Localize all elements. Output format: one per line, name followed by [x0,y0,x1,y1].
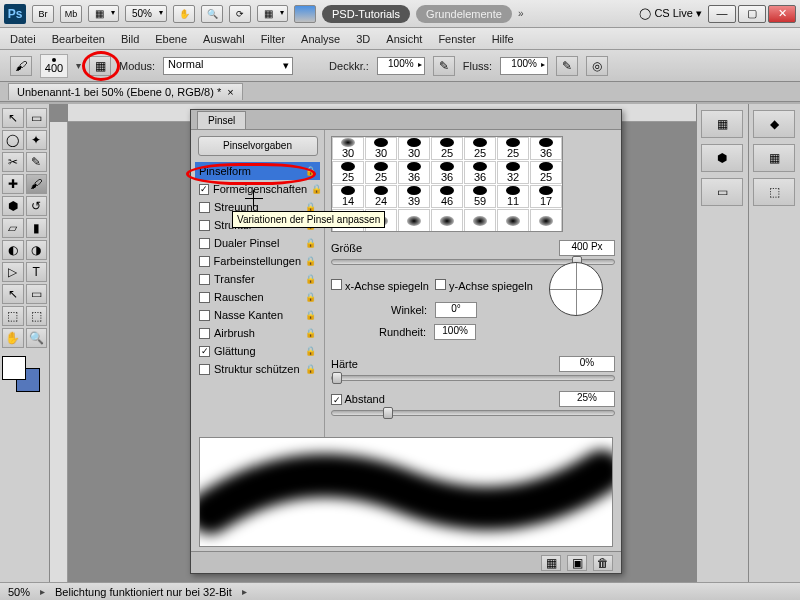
panel-icon[interactable]: ▦ [541,555,561,571]
menu-ansicht[interactable]: Ansicht [386,33,422,45]
menu-datei[interactable]: Datei [10,33,36,45]
brush-thumb[interactable]: 46 [431,185,463,208]
spacing-field[interactable]: 25% [559,391,615,407]
checkbox[interactable] [199,256,210,267]
menu-filter[interactable]: Filter [261,33,285,45]
brush-thumb[interactable]: 11 [497,185,529,208]
brush-option-9[interactable]: Airbrush🔒 [195,324,320,342]
brush-thumb[interactable] [530,209,562,232]
brush-thumb[interactable]: 24 [365,185,397,208]
checkbox[interactable] [199,364,210,375]
minibridge-icon[interactable]: Mb [60,5,82,23]
checkbox[interactable] [199,220,210,231]
flipx-checkbox[interactable] [331,279,342,290]
spacing-slider[interactable] [331,410,615,416]
document-tab[interactable]: Unbenannt-1 bei 50% (Ebene 0, RGB/8) *× [8,83,243,100]
zoom-tool[interactable]: 🔍 [26,328,48,348]
chevron-down-icon[interactable]: ▾ [76,60,81,71]
menu-analyse[interactable]: Analyse [301,33,340,45]
hardness-field[interactable]: 0% [559,356,615,372]
brush-option-6[interactable]: Transfer🔒 [195,270,320,288]
blur-tool[interactable]: ◐ [2,240,24,260]
hand-tool-icon[interactable]: ✋ [173,5,195,23]
panel-icon-3[interactable]: ▭ [701,178,743,206]
checkbox[interactable] [199,292,210,303]
crop-tool[interactable]: ✂ [2,152,24,172]
close-button[interactable]: ✕ [768,5,796,23]
panel-icon-6[interactable]: ⬚ [753,178,795,206]
lock-icon[interactable]: 🔒 [305,166,316,176]
dodge-tool[interactable]: ◑ [26,240,48,260]
flipy-checkbox[interactable] [435,279,446,290]
checkbox[interactable] [199,310,210,321]
brush-option-10[interactable]: ✓Glättung🔒 [195,342,320,360]
3d-camera-tool[interactable]: ⬚ [26,306,48,326]
brush-thumb[interactable]: 36 [431,161,463,184]
panel-icon-2[interactable]: ⬢ [701,144,743,172]
lock-icon[interactable]: 🔒 [305,292,316,302]
brush-thumb[interactable]: 30 [332,137,364,160]
color-swatches[interactable] [2,356,42,392]
panel-icon-1[interactable]: ▦ [701,110,743,138]
menu-fenster[interactable]: Fenster [438,33,475,45]
airbrush-icon[interactable]: ✎ [556,56,578,76]
brush-thumb[interactable]: 36 [398,161,430,184]
brush-thumb[interactable]: 36 [530,137,562,160]
brush-option-7[interactable]: Rauschen🔒 [195,288,320,306]
opacity-field[interactable]: 100% [377,57,425,75]
brush-thumb[interactable] [464,209,496,232]
heal-tool[interactable]: ✚ [2,174,24,194]
lock-icon[interactable]: 🔒 [311,184,322,194]
menu-3d[interactable]: 3D [356,33,370,45]
zoom-dropdown[interactable]: 50% [125,5,167,22]
history-brush-tool[interactable]: ↺ [26,196,48,216]
brush-thumb[interactable]: 30 [398,137,430,160]
menu-bild[interactable]: Bild [121,33,139,45]
brush-option-8[interactable]: Nasse Kanten🔒 [195,306,320,324]
brush-option-0[interactable]: Pinselform🔒 [195,162,320,180]
rotate-view-icon[interactable]: ⟳ [229,5,251,23]
eyedropper-tool[interactable]: ✎ [26,152,48,172]
roundness-field[interactable]: 100% [434,324,476,340]
brush-option-4[interactable]: Dualer Pinsel🔒 [195,234,320,252]
size-field[interactable]: 400 Px [559,240,615,256]
brush-thumb[interactable] [431,209,463,232]
gradient-tool[interactable]: ▮ [26,218,48,238]
brush-thumb[interactable]: 59 [464,185,496,208]
angle-field[interactable]: 0° [435,302,477,318]
3d-tool[interactable]: ⬚ [2,306,24,326]
checkbox[interactable]: ✓ [199,346,210,357]
stamp-tool[interactable]: ⬢ [2,196,24,216]
brush-option-5[interactable]: Farbeinstellungen🔒 [195,252,320,270]
flow-field[interactable]: 100% [500,57,548,75]
brush-thumb[interactable]: 17 [530,185,562,208]
maximize-button[interactable]: ▢ [738,5,766,23]
workspace-pill[interactable]: PSD-Tutorials [322,5,410,23]
menu-auswahl[interactable]: Auswahl [203,33,245,45]
trash-icon[interactable]: 🗑 [593,555,613,571]
zoom-tool-icon[interactable]: 🔍 [201,5,223,23]
checkbox[interactable] [199,328,210,339]
angle-picker[interactable] [549,262,603,316]
arrange-docs-dropdown[interactable]: ▦ [257,5,288,22]
lock-icon[interactable]: 🔒 [305,346,316,356]
brush-thumb[interactable]: 25 [332,161,364,184]
eraser-tool[interactable]: ▱ [2,218,24,238]
minimize-button[interactable]: — [708,5,736,23]
spacing-checkbox[interactable]: ✓ [331,394,342,405]
brush-thumb[interactable]: 25 [365,161,397,184]
panel-tab[interactable]: Pinsel [197,111,246,129]
brush-thumb[interactable]: 32 [497,161,529,184]
brush-thumb[interactable]: 25 [464,137,496,160]
lasso-tool[interactable]: ◯ [2,130,24,150]
view-extras-dropdown[interactable]: ▦ [88,5,119,22]
brush-presets-button[interactable]: Pinselvorgaben [198,136,318,156]
brush-thumb[interactable]: 25 [431,137,463,160]
shape-tool[interactable]: ▭ [26,284,48,304]
brush-thumb[interactable]: 39 [398,185,430,208]
new-brush-icon[interactable]: ▣ [567,555,587,571]
opacity-pressure-icon[interactable]: ✎ [433,56,455,76]
brush-panel-toggle[interactable]: ▦ [89,56,111,76]
wand-tool[interactable]: ✦ [26,130,48,150]
hardness-slider[interactable] [331,375,615,381]
